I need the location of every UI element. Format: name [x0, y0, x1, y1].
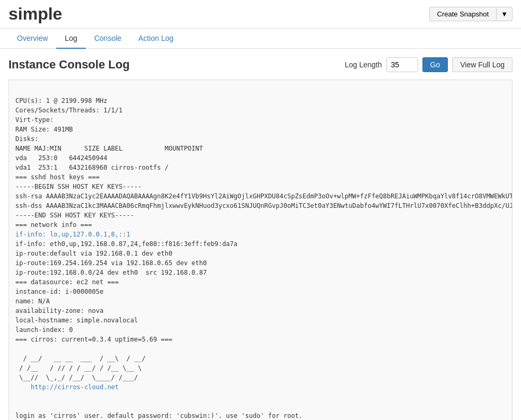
log-controls: Log Length Go View Full Log: [345, 57, 513, 72]
log-container: CPU(s): 1 @ 2199.998 MHz Cores/Sockets/T…: [8, 80, 513, 420]
tab-action-log[interactable]: Action Log: [130, 29, 182, 49]
app-title: simple: [8, 4, 62, 24]
go-button[interactable]: Go: [422, 57, 448, 72]
tabs: Overview Log Console Action Log: [0, 29, 521, 49]
page-title: Instance Console Log: [8, 58, 130, 72]
log-length-input[interactable]: [386, 57, 418, 72]
log-highlight-1: if-info: lo,up,127.0.0.1,8,::1: [15, 231, 130, 238]
log-text: CPU(s): 1 @ 2199.998 MHz Cores/Sockets/T…: [15, 97, 513, 420]
top-bar: simple Create Snapshot ▼: [0, 0, 521, 29]
snapshot-dropdown-button[interactable]: ▼: [496, 7, 513, 21]
create-snapshot-button[interactable]: Create Snapshot: [429, 7, 497, 21]
tab-log[interactable]: Log: [56, 29, 85, 49]
log-header: Instance Console Log Log Length Go View …: [8, 57, 513, 72]
log-length-label: Log Length: [345, 60, 382, 69]
main-content: Instance Console Log Log Length Go View …: [0, 49, 521, 420]
tab-overview[interactable]: Overview: [8, 29, 56, 49]
tab-console[interactable]: Console: [86, 29, 130, 49]
view-full-log-button[interactable]: View Full Log: [452, 57, 513, 72]
log-highlight-2: http://cirros-cloud.net: [31, 383, 119, 391]
snapshot-btn-group: Create Snapshot ▼: [429, 7, 513, 21]
